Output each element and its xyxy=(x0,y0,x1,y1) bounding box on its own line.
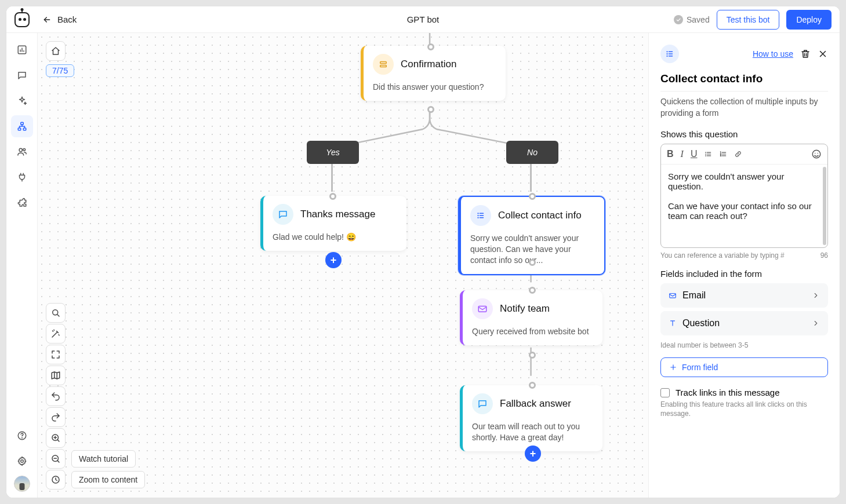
numbered-list-icon[interactable] xyxy=(719,150,727,158)
svg-point-22 xyxy=(705,152,706,153)
node-thanks-message[interactable]: Thanks message Glad we could help! 😄 xyxy=(260,196,406,251)
sidebar-item-ai[interactable] xyxy=(11,90,33,112)
connector-dot[interactable] xyxy=(529,287,536,294)
sparkle-icon xyxy=(17,96,27,106)
svg-point-11 xyxy=(477,213,478,214)
variable-hint: You can reference a variable by typing # xyxy=(660,251,785,260)
add-node-button[interactable]: + xyxy=(525,445,541,462)
emoji-icon[interactable] xyxy=(811,149,822,159)
question-editor[interactable]: B I U Sorry we couldn't answer your ques… xyxy=(660,144,828,248)
close-button[interactable] xyxy=(818,49,828,59)
connector-dot[interactable] xyxy=(529,382,536,389)
mail-icon xyxy=(472,298,493,319)
back-arrow-icon xyxy=(42,15,52,24)
svg-point-21 xyxy=(666,56,667,57)
form-field-email[interactable]: Email xyxy=(660,283,828,308)
zoom-out-icon xyxy=(50,454,61,464)
canvas-home-button[interactable] xyxy=(46,41,66,61)
node-fallback-answer[interactable]: Fallback answer Our team will reach out … xyxy=(460,385,602,451)
sidebar-item-flow[interactable] xyxy=(11,115,33,137)
branch-no[interactable]: No xyxy=(506,141,558,164)
branch-yes[interactable]: Yes xyxy=(307,141,359,164)
deploy-button[interactable]: Deploy xyxy=(786,10,832,30)
scrollbar[interactable] xyxy=(823,167,826,245)
chart-icon xyxy=(17,45,27,55)
delete-button[interactable] xyxy=(800,49,811,59)
bold-icon[interactable]: B xyxy=(667,149,674,159)
sidebar-item-integrations[interactable] xyxy=(11,166,33,188)
svg-rect-9 xyxy=(380,62,387,64)
question-label: Shows this question xyxy=(660,129,828,139)
tool-expand[interactable] xyxy=(46,345,66,364)
question-textarea[interactable]: Sorry we couldn't answer your question. … xyxy=(661,165,827,247)
user-avatar[interactable] xyxy=(14,476,30,492)
zoom-in-icon xyxy=(50,433,61,443)
form-field-question[interactable]: Question xyxy=(660,311,828,335)
add-form-field-button[interactable]: Form field xyxy=(660,357,828,377)
sidebar-item-contacts[interactable] xyxy=(11,141,33,163)
connector-dot[interactable] xyxy=(529,193,536,200)
panel-title: Collect contact info xyxy=(660,72,828,92)
sidebar-item-analytics[interactable] xyxy=(11,39,33,61)
sidebar-item-settings[interactable] xyxy=(11,450,33,472)
check-icon xyxy=(674,15,683,24)
add-node-button[interactable]: + xyxy=(325,252,342,268)
link-icon[interactable] xyxy=(734,150,742,158)
back-button[interactable]: Back xyxy=(42,14,77,24)
bullet-list-icon[interactable] xyxy=(704,150,712,158)
connector-dot[interactable] xyxy=(529,259,536,266)
node-counter: 7/75 xyxy=(46,64,74,77)
chat-bubble-icon xyxy=(273,204,293,225)
connector-dot[interactable] xyxy=(329,193,336,200)
tool-recent[interactable] xyxy=(46,470,66,490)
chevron-right-icon xyxy=(812,291,820,300)
topbar: Back GPT bot Saved Test this bot Deploy xyxy=(6,6,840,33)
page-title[interactable]: GPT bot xyxy=(407,14,440,24)
tool-zoom-out[interactable] xyxy=(46,449,66,469)
sidebar-item-help[interactable] xyxy=(11,425,33,447)
connector-dot[interactable] xyxy=(529,352,536,359)
chat-icon xyxy=(17,70,27,81)
svg-point-23 xyxy=(705,154,706,155)
tool-map[interactable] xyxy=(46,366,66,385)
inspector-panel: How to use Collect contact info Quickens… xyxy=(648,33,840,498)
svg-point-12 xyxy=(477,215,478,216)
sidebar xyxy=(6,33,38,498)
saved-indicator: Saved xyxy=(674,15,710,24)
track-links-checkbox[interactable]: Track links in this message xyxy=(660,388,828,397)
italic-icon[interactable]: I xyxy=(681,149,684,159)
flow-icon xyxy=(17,121,27,132)
zoom-to-content-button[interactable]: Zoom to content xyxy=(71,471,145,488)
tool-magic[interactable] xyxy=(46,324,66,344)
tool-redo[interactable] xyxy=(46,407,66,427)
connector-dot[interactable] xyxy=(427,43,434,50)
test-this-bot-button[interactable]: Test this bot xyxy=(717,10,780,30)
flow-canvas[interactable]: 7/75 Confirmation Did this answer your xyxy=(38,33,648,498)
mail-icon xyxy=(669,291,677,300)
how-to-use-link[interactable]: How to use xyxy=(753,49,793,59)
sidebar-item-conversations[interactable] xyxy=(11,64,33,86)
svg-point-5 xyxy=(23,148,25,151)
underline-icon[interactable]: U xyxy=(691,149,698,159)
watch-tutorial-button[interactable]: Watch tutorial xyxy=(71,450,136,468)
gear-icon xyxy=(17,456,27,466)
sidebar-item-extensions[interactable] xyxy=(11,192,33,214)
svg-point-15 xyxy=(53,310,58,315)
plus-icon xyxy=(669,363,677,371)
undo-icon xyxy=(50,391,61,401)
connector-dot[interactable] xyxy=(427,106,434,113)
chevron-right-icon xyxy=(812,319,820,327)
tool-zoom-in[interactable] xyxy=(46,428,66,448)
back-label: Back xyxy=(57,14,77,24)
svg-point-24 xyxy=(705,155,706,156)
tool-undo[interactable] xyxy=(46,386,66,406)
node-notify-team[interactable]: Notify team Query received from website … xyxy=(460,290,602,345)
node-confirmation[interactable]: Confirmation Did this answer your questi… xyxy=(361,46,506,101)
tool-search[interactable] xyxy=(46,303,66,323)
search-icon xyxy=(50,308,61,318)
svg-point-20 xyxy=(666,53,667,54)
wand-icon xyxy=(50,328,61,339)
svg-point-27 xyxy=(818,153,819,154)
svg-point-7 xyxy=(21,437,22,438)
svg-point-25 xyxy=(812,150,820,158)
